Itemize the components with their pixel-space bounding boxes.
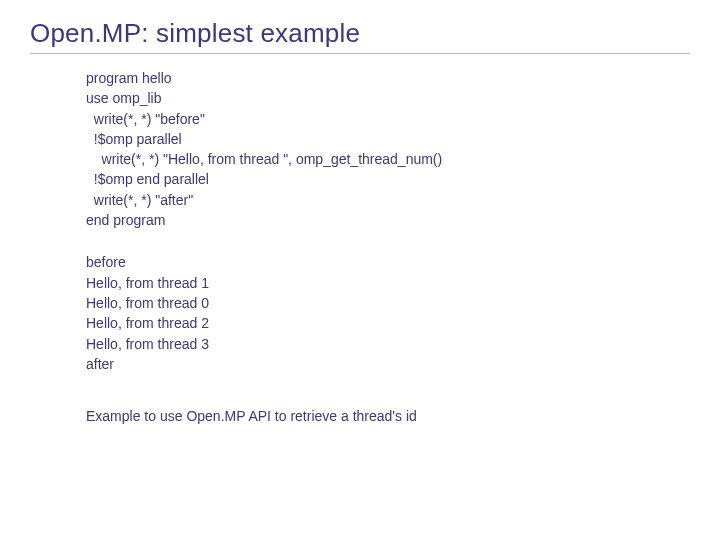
code-line: write(*, *) "after": [86, 190, 690, 210]
output-line: Hello, from thread 1: [86, 273, 690, 293]
code-line: program hello: [86, 68, 690, 88]
caption-text: Example to use Open.MP API to retrieve a…: [86, 408, 690, 424]
slide-content: program hello use omp_lib write(*, *) "b…: [30, 68, 690, 424]
code-block: program hello use omp_lib write(*, *) "b…: [86, 68, 690, 230]
output-line: Hello, from thread 0: [86, 293, 690, 313]
output-block: before Hello, from thread 1 Hello, from …: [86, 252, 690, 374]
code-line: !$omp end parallel: [86, 169, 690, 189]
code-line: end program: [86, 210, 690, 230]
output-line: Hello, from thread 3: [86, 334, 690, 354]
slide-title: Open.MP: simplest example: [30, 18, 690, 49]
output-line: Hello, from thread 2: [86, 313, 690, 333]
output-line: before: [86, 252, 690, 272]
code-line: write(*, *) "before": [86, 109, 690, 129]
output-line: after: [86, 354, 690, 374]
code-line: use omp_lib: [86, 88, 690, 108]
code-line: write(*, *) "Hello, from thread ", omp_g…: [86, 149, 690, 169]
code-line: !$omp parallel: [86, 129, 690, 149]
title-divider: [30, 53, 690, 54]
